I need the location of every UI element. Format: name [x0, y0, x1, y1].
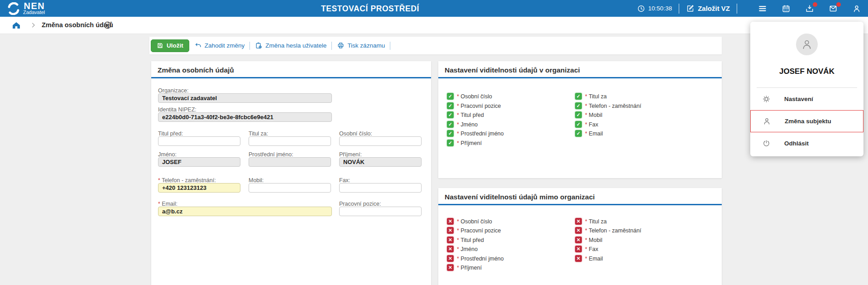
power-icon: [762, 139, 771, 148]
gear-icon: [762, 95, 771, 103]
fax-field[interactable]: [339, 183, 422, 193]
nen-logo[interactable]: NEN Zadavatel: [7, 2, 45, 15]
print-record-button[interactable]: Tisk záznamu: [337, 42, 385, 49]
mobile-field[interactable]: [249, 183, 331, 193]
checkbox-checked-icon[interactable]: [447, 111, 454, 118]
topbar-divider: [679, 4, 679, 14]
visibility-item[interactable]: Osobní číslo: [447, 218, 492, 225]
phone-work-label: Telefon - zaměstnání:: [158, 177, 216, 184]
change-password-button[interactable]: Změna hesla uživatele: [255, 42, 326, 49]
visibility-item[interactable]: Titul za: [575, 93, 607, 100]
home-icon[interactable]: [12, 21, 21, 30]
panel-title: Nastavení viditelnosti údajů v organizac…: [445, 66, 580, 74]
menu-icon[interactable]: [758, 4, 767, 14]
discard-changes-button[interactable]: Zahodit změny: [194, 42, 245, 49]
undo-icon: [194, 42, 202, 49]
menu-item-logout[interactable]: Odhlásit: [750, 132, 863, 155]
phone-work-field[interactable]: [158, 183, 240, 193]
topbar-divider: [737, 4, 737, 14]
menu-item-change-subject[interactable]: Změna subjektu: [750, 110, 863, 132]
menu-item-settings[interactable]: Nastavení: [750, 88, 863, 110]
create-contract-button[interactable]: Založit VZ: [686, 4, 730, 13]
visibility-item[interactable]: Fax: [575, 246, 598, 252]
checkbox-checked-icon[interactable]: [575, 111, 582, 118]
checkbox-unchecked-icon[interactable]: [447, 246, 454, 252]
visibility-item[interactable]: Pracovní pozice: [447, 102, 501, 109]
checkbox-checked-icon[interactable]: [575, 130, 582, 137]
user-name: JOSEF NOVÁK: [750, 67, 863, 76]
checkbox-unchecked-icon[interactable]: [447, 218, 454, 225]
visibility-item[interactable]: Příjmení: [447, 140, 482, 146]
chevron-right-icon: [30, 22, 37, 29]
checkbox-unchecked-icon[interactable]: [575, 246, 582, 252]
title-before-field[interactable]: [158, 136, 240, 146]
avatar: [796, 34, 818, 55]
calendar-icon[interactable]: [781, 4, 791, 14]
checkbox-checked-icon[interactable]: [447, 93, 454, 100]
user-menu-dropdown: JOSEF NOVÁK Nastavení Změna subjektu Odh…: [750, 22, 863, 156]
checkbox-unchecked-icon[interactable]: [575, 227, 582, 234]
checkbox-unchecked-icon[interactable]: [447, 227, 454, 234]
visibility-item[interactable]: Příjmení: [447, 264, 482, 271]
messages-badge: [836, 2, 841, 7]
messages-icon[interactable]: [828, 4, 838, 14]
checkbox-checked-icon[interactable]: [447, 130, 454, 137]
checkbox-unchecked-icon[interactable]: [447, 255, 454, 262]
visibility-item[interactable]: Prostřední jméno: [447, 130, 504, 137]
printer-icon: [337, 42, 345, 49]
password-card-gear-icon: [255, 42, 263, 49]
organization-field: [158, 93, 332, 103]
record-toolbar: Uložit Zahodit změny Změna hesla uživate…: [149, 37, 722, 54]
title-after-field[interactable]: [249, 136, 331, 146]
downloads-icon[interactable]: [805, 4, 815, 14]
checkbox-unchecked-icon[interactable]: [575, 237, 582, 243]
user-icon[interactable]: [852, 4, 862, 14]
active-tab-label[interactable]: Změna osobních údajů: [42, 21, 113, 29]
personal-number-label: Osobní číslo:: [339, 130, 372, 137]
downloads-badge: [813, 2, 817, 7]
visibility-item[interactable]: Email: [575, 130, 603, 137]
visibility-item[interactable]: Titul za: [575, 218, 607, 225]
top-bar: NEN Zadavatel TESTOVACÍ PROSTŘEDÍ 10:50:…: [0, 0, 868, 17]
checkbox-checked-icon[interactable]: [575, 93, 582, 100]
visibility-item[interactable]: Pracovní pozice: [447, 227, 501, 234]
environment-title: TESTOVACÍ PROSTŘEDÍ: [321, 4, 419, 14]
checkbox-unchecked-icon[interactable]: [447, 237, 454, 243]
print-record-label: Tisk záznamu: [347, 42, 385, 49]
visibility-item[interactable]: Jméno: [447, 246, 478, 252]
title-before-label: Titul před:: [158, 130, 183, 137]
visibility-item[interactable]: Titul před: [447, 237, 484, 243]
change-password-label: Změna hesla uživatele: [265, 42, 326, 49]
checkbox-checked-icon[interactable]: [575, 121, 582, 128]
job-position-field[interactable]: [339, 207, 422, 216]
panel-title: Nastavení viditelnosti údajů mimo organi…: [445, 193, 595, 201]
checkbox-checked-icon[interactable]: [575, 102, 582, 109]
visibility-item[interactable]: Osobní číslo: [447, 93, 492, 100]
close-tab-icon[interactable]: [103, 21, 112, 29]
nipez-identity-field: [158, 112, 332, 122]
personal-number-field[interactable]: [339, 136, 422, 146]
save-label: Uložit: [167, 42, 183, 49]
mobile-label: Mobil:: [249, 177, 264, 184]
save-button[interactable]: Uložit: [151, 39, 189, 52]
toolbar-divider: [390, 42, 390, 50]
checkbox-checked-icon[interactable]: [447, 102, 454, 109]
email-field[interactable]: [158, 207, 332, 216]
checkbox-unchecked-icon[interactable]: [447, 264, 454, 271]
visibility-item[interactable]: Prostřední jméno: [447, 255, 504, 262]
visibility-item[interactable]: Mobil: [575, 237, 602, 243]
visibility-item[interactable]: Fax: [575, 121, 598, 128]
visibility-item[interactable]: Mobil: [575, 111, 602, 118]
checkbox-unchecked-icon[interactable]: [575, 218, 582, 225]
visibility-item[interactable]: Telefon - zaměstnání: [575, 227, 641, 234]
checkbox-checked-icon[interactable]: [447, 121, 454, 128]
visibility-item[interactable]: Email: [575, 255, 603, 262]
visibility-item[interactable]: Titul před: [447, 111, 484, 118]
visibility-item[interactable]: Telefon - zaměstnání: [575, 102, 641, 109]
checkbox-unchecked-icon[interactable]: [575, 255, 582, 262]
visibility-item[interactable]: Jméno: [447, 121, 478, 128]
clock: 10:50:38: [637, 5, 672, 13]
panel-accent-rule: [151, 77, 431, 78]
person-icon: [762, 117, 771, 126]
checkbox-checked-icon[interactable]: [447, 140, 454, 146]
